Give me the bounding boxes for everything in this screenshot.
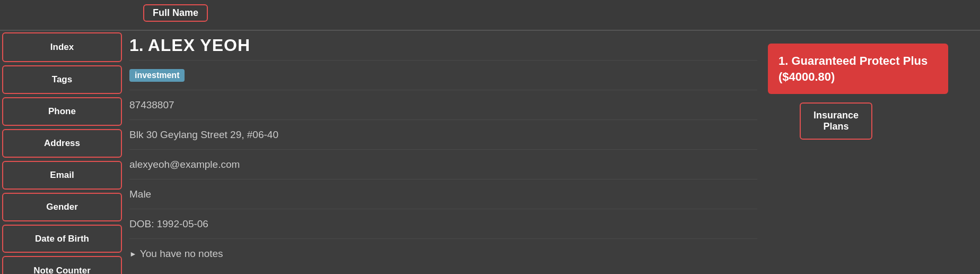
- note-arrow-icon: ►: [129, 250, 137, 258]
- address-row: Blk 30 Geylang Street 29, #06-40: [129, 120, 757, 150]
- address-label: Address: [2, 129, 122, 158]
- gender-row: Male: [129, 179, 757, 209]
- insurance-plan-card: 1. Guaranteed Protect Plus ($4000.80): [768, 44, 948, 94]
- dob-value: DOB: 1992-05-06: [129, 218, 208, 230]
- index-label: Index: [2, 32, 122, 62]
- email-value: alexyeoh@example.com: [129, 159, 240, 170]
- insurance-panel: 1. Guaranteed Protect Plus ($4000.80) In…: [757, 31, 980, 274]
- gender-value: Male: [129, 189, 151, 200]
- note-counter-label: Note Counter: [2, 256, 122, 274]
- gender-label: Gender: [2, 193, 122, 221]
- person-index: 1.: [129, 36, 144, 55]
- phone-label: Phone: [2, 97, 122, 126]
- phone-value: 87438807: [129, 99, 174, 111]
- insurance-plan-name: Guaranteed Protect Plus: [791, 54, 928, 67]
- person-name: ALEX YEOH: [148, 36, 250, 55]
- email-label: Email: [2, 161, 122, 190]
- note-text-value: You have no notes: [140, 248, 223, 260]
- full-name-label-container: Full Name: [143, 4, 208, 22]
- dob-row: DOB: 1992-05-06: [129, 209, 757, 239]
- tags-label: Tags: [2, 65, 122, 94]
- address-value: Blk 30 Geylang Street 29, #06-40: [129, 129, 278, 141]
- labels-column: Index Tags Phone Address Email Gender Da…: [0, 31, 124, 274]
- insurance-plan-amount: ($4000.80): [778, 70, 835, 83]
- dob-label: Date of Birth: [2, 225, 122, 253]
- email-row: alexyeoh@example.com: [129, 150, 757, 179]
- insurance-plan-number: 1.: [778, 54, 788, 67]
- name-row: 1. ALEX YEOH: [129, 31, 757, 61]
- tags-row: investment: [129, 61, 757, 90]
- note-counter-value: ► You have no notes: [129, 248, 223, 260]
- full-name-label: Full Name: [143, 4, 208, 22]
- content-column: 1. ALEX YEOH investment 87438807 Blk 30 …: [124, 31, 757, 274]
- person-card: Index Tags Phone Address Email Gender Da…: [0, 30, 980, 274]
- note-counter-row: ► You have no notes: [129, 239, 757, 269]
- investment-tag[interactable]: investment: [129, 69, 185, 82]
- phone-row: 87438807: [129, 90, 757, 120]
- insurance-plans-label: InsurancePlans: [800, 102, 872, 140]
